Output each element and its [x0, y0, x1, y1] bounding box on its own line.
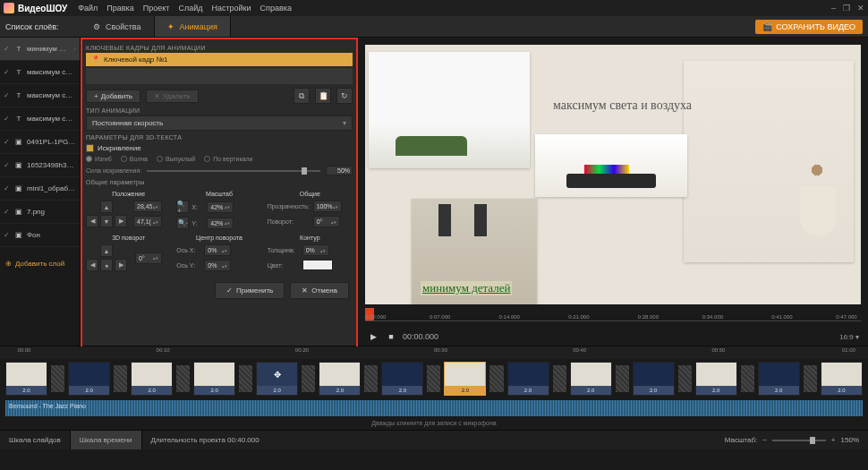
keyframe-1[interactable]: 📍Ключевой кадр №1 — [86, 53, 353, 66]
rot3d-field[interactable]: 0°▴▾ — [135, 252, 162, 264]
mode-vertical[interactable]: По вертикали — [204, 156, 252, 162]
move-down-button[interactable]: ▼ — [100, 215, 113, 227]
stop-button[interactable]: ■ — [385, 330, 397, 343]
menu-edit[interactable]: Правка — [106, 4, 133, 13]
pos-y-field[interactable]: 47,1(▴▾ — [133, 216, 162, 227]
timeline-clip[interactable]: 2.0 — [444, 362, 486, 396]
timeline-clip[interactable]: 2.0 — [5, 362, 47, 396]
layer-item[interactable]: ✓Tмаксимум свет… — [0, 61, 80, 84]
menu-settings[interactable]: Настройки — [211, 4, 251, 13]
timeline-clip[interactable]: 2.0 — [821, 362, 863, 396]
cancel-button[interactable]: ✕Отмена — [290, 282, 349, 299]
transition[interactable] — [804, 365, 817, 392]
move-right-button[interactable]: ▶ — [115, 215, 127, 227]
layer-item[interactable]: ✓Tминимум дета…› — [0, 38, 80, 61]
mode-bend[interactable]: Изгиб — [86, 156, 112, 162]
copy-keyframe-button[interactable]: ⧉ — [294, 88, 310, 104]
preview-canvas[interactable]: максимум света и воздуха минимум деталей — [365, 45, 861, 304]
zoom-in-icon[interactable]: + — [831, 436, 836, 444]
timeline-clip[interactable]: 2.0 — [570, 362, 612, 396]
slides-scale-tab[interactable]: Шкала слайдов — [0, 431, 71, 449]
audio-track[interactable]: Bensound - The Jazz Piano — [5, 400, 863, 416]
time-scale-tab[interactable]: Шкала времени — [71, 431, 142, 449]
timeline-clip[interactable]: 2.0 — [381, 362, 423, 396]
zoom-out-button[interactable]: 🔍- — [176, 217, 189, 229]
transition[interactable] — [239, 365, 252, 392]
transition[interactable] — [427, 365, 440, 392]
clip-track[interactable]: 2.0 2.0 2.0 2.0 ✥2.0 2.0 2.0 2.0 2.0 2.0… — [0, 359, 868, 398]
center-x-field[interactable]: 0%▴▾ — [204, 244, 231, 256]
preview-scrubber[interactable]: 0:00.000 0:07.000 0:14.000 0:21.000 0:28… — [365, 312, 861, 328]
rot3d-right[interactable]: ▶ — [115, 259, 127, 271]
timeline-clip[interactable]: 2.0 — [507, 362, 549, 396]
timeline-clip[interactable]: ✥2.0 — [256, 362, 298, 396]
aspect-ratio[interactable]: 16:9 ▾ — [839, 333, 859, 341]
mic-hint[interactable]: Дважды кликните для записи с микрофона — [0, 418, 868, 428]
layer-item[interactable]: ✓Tмаксимум свет… — [0, 107, 80, 131]
move-left-button[interactable]: ◀ — [86, 215, 98, 227]
layer-item[interactable]: ✓▣0491PL-1PG_ин… — [0, 131, 80, 154]
tab-animation[interactable]: ✦ Анимация — [155, 16, 231, 37]
rotation-field[interactable]: 0°▴▾ — [313, 216, 340, 227]
close-button[interactable]: ✕ — [857, 4, 864, 13]
add-layer-button[interactable]: ⊕Добавить слой — [0, 252, 80, 274]
tab-properties[interactable]: ⚙ Свойства — [81, 16, 155, 37]
add-keyframe-button[interactable]: +Добавить — [86, 90, 140, 103]
layer-item[interactable]: ✓▣16523498h3_1-е… — [0, 154, 80, 177]
zoom-out-icon[interactable]: − — [762, 436, 767, 444]
move-up-button[interactable]: ▲ — [100, 201, 113, 213]
center-y-field[interactable]: 0%▴▾ — [204, 260, 231, 271]
outline-color-swatch[interactable] — [302, 260, 333, 270]
maximize-button[interactable]: ❐ — [843, 4, 850, 13]
anim-type-select[interactable]: Постоянная скорость▾ — [86, 115, 353, 131]
transition[interactable] — [114, 365, 127, 392]
menu-help[interactable]: Справка — [260, 4, 292, 13]
transition[interactable] — [489, 365, 503, 392]
transition[interactable] — [616, 365, 629, 392]
save-video-button[interactable]: 🎬 СОХРАНИТЬ ВИДЕО — [755, 20, 863, 34]
transition[interactable] — [176, 365, 190, 392]
rot3d-reset[interactable]: ● — [100, 259, 113, 271]
transition[interactable] — [741, 365, 754, 392]
timeline-clip[interactable]: 2.0 — [758, 362, 800, 396]
paste-keyframe-button[interactable]: 📋 — [315, 88, 331, 104]
minimize-button[interactable]: – — [831, 4, 836, 13]
transition[interactable] — [553, 365, 566, 392]
layer-item[interactable]: ✓Tмаксимум свет… — [0, 84, 80, 107]
mode-bulge[interactable]: Выпуклый — [157, 156, 195, 162]
timeline-clip[interactable]: 2.0 — [633, 362, 675, 396]
distortion-checkbox[interactable]: Искривление — [86, 144, 353, 152]
timeline-ruler[interactable]: 00:00 00:10 00:20 00:30 00:40 00:50 01:0… — [0, 346, 868, 359]
force-value[interactable]: 50% — [326, 166, 353, 175]
transition[interactable] — [51, 365, 64, 392]
mode-wave[interactable]: Волна — [121, 156, 148, 162]
delete-keyframe-button[interactable]: ✕Удалить — [146, 90, 199, 103]
outline-thickness-field[interactable]: 0%▴▾ — [302, 244, 329, 256]
layer-item[interactable]: ✓▣7.png — [0, 201, 80, 224]
zoom-slider[interactable] — [772, 440, 826, 441]
force-slider[interactable] — [147, 170, 320, 172]
rot3d-up[interactable]: ▲ — [100, 244, 113, 257]
play-button[interactable]: ▶ — [367, 330, 379, 343]
transition[interactable] — [364, 365, 378, 392]
scale-x-field[interactable]: 42%▴▾ — [207, 201, 234, 213]
zoom-in-button[interactable]: 🔍+ — [176, 201, 189, 213]
timeline-clip[interactable]: 2.0 — [131, 362, 173, 396]
rot3d-left[interactable]: ◀ — [86, 259, 98, 271]
layer-item[interactable]: ✓▣Фон — [0, 224, 80, 247]
apply-button[interactable]: ✓Применить — [215, 282, 285, 299]
layer-item[interactable]: ✓▣mini1_обработа… — [0, 177, 80, 201]
timeline-clip[interactable]: 2.0 — [695, 362, 737, 396]
menu-project[interactable]: Проект — [143, 4, 170, 13]
timeline-clip[interactable]: 2.0 — [68, 362, 110, 396]
menu-slide[interactable]: Слайд — [178, 4, 202, 13]
timeline-clip[interactable]: 2.0 — [319, 362, 361, 396]
timeline-clip[interactable]: 2.0 — [193, 362, 235, 396]
transition[interactable] — [678, 365, 692, 392]
scale-y-field[interactable]: 42%▴▾ — [207, 218, 234, 229]
menu-file[interactable]: Файл — [78, 4, 98, 13]
opacity-field[interactable]: 100%▴▾ — [313, 201, 342, 212]
reset-keyframe-button[interactable]: ↻ — [336, 88, 353, 104]
transition[interactable] — [302, 365, 315, 392]
pos-x-field[interactable]: 28,45▴▾ — [133, 201, 162, 212]
